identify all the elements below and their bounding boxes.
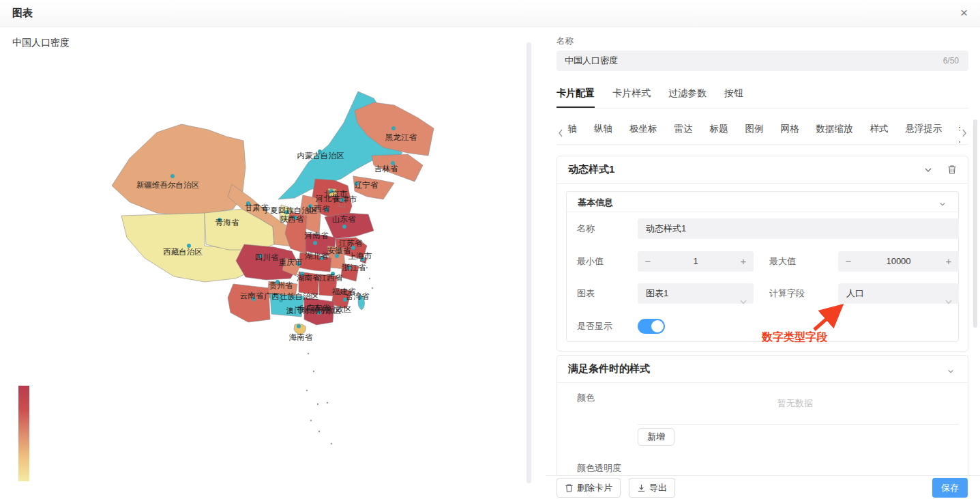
- calc-field-value: 人口: [846, 288, 864, 298]
- small-island-mark: [318, 431, 320, 432]
- province-label-四川省: 四川省: [255, 253, 279, 261]
- small-island-mark: [306, 390, 308, 391]
- province-label-山东省: 山东省: [332, 215, 356, 223]
- chevron-down-icon: [945, 291, 952, 312]
- province-新疆维吾尔自治区[interactable]: [112, 124, 246, 216]
- char-counter: 6/50: [943, 51, 959, 71]
- basic-info-chevron-icon[interactable]: [939, 198, 950, 209]
- subtab-悬浮提示[interactable]: 悬浮提示: [906, 123, 942, 143]
- condition-style-title: 满足条件时的样式: [568, 362, 650, 375]
- card-name-input[interactable]: 中国人口密度 6/50: [556, 51, 968, 71]
- delete-style-trash-icon[interactable]: [947, 165, 958, 175]
- download-icon: [637, 483, 646, 493]
- basic-info-header[interactable]: 基本信息: [567, 192, 958, 212]
- province-label-内蒙古自治区: 内蒙古自治区: [297, 152, 345, 160]
- province-label-陕西省: 陕西省: [280, 215, 304, 223]
- dialog-title: 图表: [12, 7, 33, 20]
- left-panel-scrollbar[interactable]: [526, 42, 531, 483]
- province-label-黑龙江省: 黑龙江省: [385, 133, 417, 141]
- province-label-台湾省: 台湾省: [346, 292, 370, 300]
- config-panel-scrollbar[interactable]: [973, 119, 977, 328]
- visible-toggle[interactable]: [638, 319, 665, 334]
- capital-dot-海南省: [297, 324, 301, 328]
- province-label-天津市: 天津市: [333, 195, 357, 203]
- dynamic-style-title: 动态样式1: [568, 163, 614, 176]
- chart-title: 中国人口密度: [12, 37, 70, 49]
- condition-chevron-icon[interactable]: [947, 365, 958, 376]
- capital-dot-黑龙江省: [391, 126, 396, 130]
- small-island-mark: [372, 287, 373, 289]
- tab-过滤参数[interactable]: 过滤参数: [668, 87, 707, 108]
- tab-卡片配置[interactable]: 卡片配置: [556, 87, 595, 108]
- chart-select-label: 图表: [577, 283, 595, 304]
- province-label-宁夏回族自治区: 宁夏回族自治区: [263, 206, 318, 214]
- province-label-江西省: 江西省: [319, 274, 343, 282]
- subtab-数据缩放[interactable]: 数据缩放: [816, 123, 853, 143]
- style-name-value: 动态样式1: [646, 223, 686, 233]
- annotation-text: 数字类型字段: [762, 330, 827, 345]
- province-label-广西壮族自治区: 广西壮族自治区: [264, 292, 319, 300]
- subtab-雷达[interactable]: 雷达: [674, 123, 693, 143]
- province-label-新疆维吾尔自治区: 新疆维吾尔自治区: [136, 181, 200, 189]
- small-island-mark: [366, 267, 368, 268]
- province-label-河南省: 河南省: [304, 231, 329, 240]
- card-name-label: 名称: [556, 35, 574, 47]
- style-name-input[interactable]: 动态样式1: [638, 218, 959, 239]
- china-map[interactable]: 新疆维吾尔自治区西藏自治区青海省甘肃省内蒙古自治区黑龙江省吉林省辽宁省河北省北京…: [102, 82, 457, 471]
- province-label-安徽省: 安徽省: [327, 246, 351, 255]
- max-value-stepper[interactable]: − 10000 +: [838, 251, 959, 272]
- close-icon[interactable]: ×: [960, 5, 968, 20]
- province-label-湖南省: 湖南省: [297, 274, 321, 282]
- capital-dot-河南省: [313, 241, 317, 245]
- province-label-贵州省: 贵州省: [269, 281, 293, 290]
- condition-style-header[interactable]: 满足条件时的样式: [557, 356, 968, 383]
- province-label-上海市: 上海市: [348, 252, 372, 260]
- dynamic-style-header[interactable]: 动态样式1: [557, 156, 968, 184]
- subtab-标题[interactable]: 标题: [710, 123, 728, 143]
- delete-card-label: 删除卡片: [577, 482, 612, 494]
- empty-data-text: 暂无数据: [777, 397, 813, 410]
- basic-info-title: 基本信息: [578, 197, 613, 209]
- capital-dot-新疆维吾尔自治区: [170, 174, 175, 178]
- collapse-chevron-icon[interactable]: [924, 165, 935, 175]
- province-label-西藏自治区: 西藏自治区: [163, 248, 203, 256]
- max-increment-icon[interactable]: +: [940, 251, 957, 272]
- chevron-down-icon: [740, 291, 747, 312]
- capital-dot-山东省: [342, 225, 346, 229]
- province-label-重庆市: 重庆市: [279, 258, 303, 266]
- subtab-网格[interactable]: 网格: [781, 123, 799, 143]
- province-label-青海省: 青海省: [215, 218, 239, 227]
- province-label-辽宁省: 辽宁省: [355, 181, 378, 189]
- province-label-海南省: 海南省: [289, 333, 313, 341]
- subtab-横轴[interactable]: 横轴: [567, 123, 577, 143]
- save-button[interactable]: 保存: [932, 478, 968, 498]
- province-label-澳门特别行政区: 澳门特别行政区: [286, 306, 342, 315]
- subtab-纵轴[interactable]: 纵轴: [594, 123, 612, 143]
- calc-field-select[interactable]: 人口: [838, 283, 959, 304]
- province-云南省[interactable]: [228, 284, 270, 322]
- tab-按钮[interactable]: 按钮: [724, 87, 743, 108]
- small-island-mark: [308, 353, 309, 354]
- condition-style-panel: 满足条件时的样式: [556, 355, 968, 475]
- min-value-label: 最小值: [577, 251, 604, 272]
- max-value-label: 最大值: [769, 251, 796, 272]
- subtab-样式[interactable]: 样式: [870, 123, 889, 143]
- min-increment-icon[interactable]: +: [734, 251, 752, 272]
- tab-卡片样式[interactable]: 卡片样式: [612, 87, 651, 108]
- subtab-极坐标[interactable]: 极坐标: [629, 123, 657, 143]
- min-value-stepper[interactable]: − 1 +: [638, 251, 754, 272]
- province-label-云南省: 云南省: [240, 291, 264, 300]
- divider: [638, 424, 959, 425]
- export-button[interactable]: 导出: [629, 478, 675, 498]
- calc-field-label: 计算字段: [769, 283, 805, 304]
- subtab-图例[interactable]: 图例: [745, 123, 764, 143]
- export-label: 导出: [649, 482, 667, 494]
- subtabs-scroll-left-icon[interactable]: [556, 127, 566, 139]
- chart-select[interactable]: 图表1: [638, 283, 754, 304]
- province-label-湖北省: 湖北省: [305, 252, 329, 260]
- province-label-吉林省: 吉林省: [374, 165, 398, 173]
- small-island-mark: [310, 420, 312, 421]
- add-color-button[interactable]: 新增: [638, 428, 674, 446]
- subtabs-scroll-right-icon[interactable]: [960, 127, 970, 139]
- delete-card-button[interactable]: 删除卡片: [556, 478, 621, 498]
